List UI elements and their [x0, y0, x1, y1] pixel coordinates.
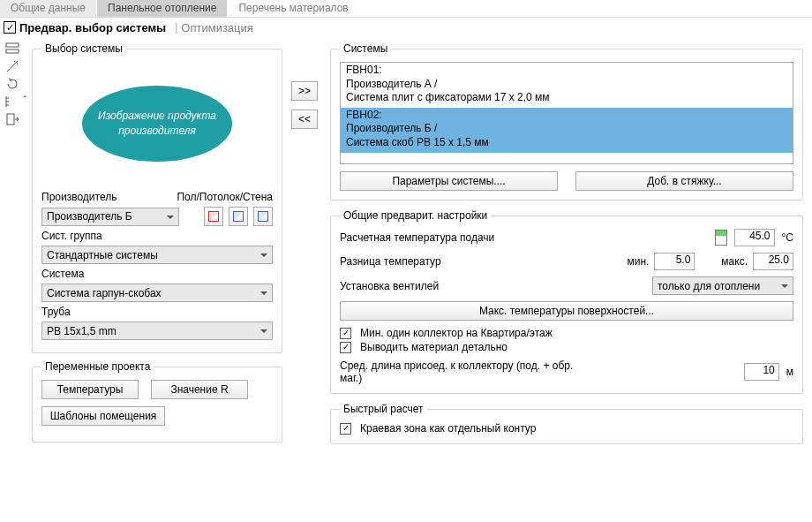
cube-ceiling-icon: [233, 211, 244, 222]
presets-group: Общие предварит. настройки Расчетная тем…: [330, 209, 803, 394]
edge-zone-label: Краевая зона как отдельный контур: [360, 422, 536, 435]
system-selection-group: Выбор системы Изображение продукта произ…: [32, 42, 282, 353]
preselect-checkbox-icon[interactable]: ✓: [4, 21, 16, 34]
rvalue-button[interactable]: Значение R: [151, 380, 248, 399]
min-collector-label: Мин. один коллектор на Квартира/этаж: [360, 327, 553, 339]
tab-general[interactable]: Общие данные: [0, 0, 97, 17]
subtab-optimization[interactable]: Оптимизация: [181, 21, 253, 34]
supply-temp-input[interactable]: 45.0: [734, 229, 775, 246]
dt-min-input[interactable]: 5.0: [654, 253, 695, 270]
project-vars-legend: Переменные проекта: [41, 360, 154, 373]
product-image-placeholder: Изображение продукта производителя: [82, 86, 232, 162]
valve-select[interactable]: только для отоплени: [652, 276, 793, 295]
supply-temp-label: Расчетная температура подачи: [340, 231, 525, 244]
sub-tabbar: ✓ Предвар. выбор системы | Оптимизация: [0, 18, 812, 37]
system-select[interactable]: Система гарпун-скобах: [41, 284, 273, 302]
systems-group: Системы FBH01: Производитель А / Система…: [330, 42, 803, 200]
systems-listbox[interactable]: FBH01: Производитель А / Система плит с …: [340, 62, 793, 164]
manufacturer-label: Производитель: [41, 191, 171, 203]
dt-min-label: мин.: [627, 255, 649, 268]
list-item[interactable]: FBH01: Производитель А / Система плит с …: [341, 63, 793, 108]
avg-length-input[interactable]: 10: [744, 363, 779, 381]
mode-label: Пол/Потолок/Стена: [177, 191, 273, 203]
avg-length-label: Сред. длина присоед. к коллектору (под. …: [340, 359, 587, 384]
systems-legend: Системы: [340, 42, 391, 55]
detailed-material-checkbox[interactable]: [340, 342, 351, 353]
mode-ceiling-button[interactable]: [229, 207, 248, 226]
tool-refresh-icon[interactable]: [3, 76, 22, 92]
dt-max-label: макс.: [721, 255, 748, 268]
svg-rect-0: [6, 43, 19, 47]
sysgroup-select[interactable]: Стандартные системы: [41, 246, 273, 264]
tool-options-add-icon[interactable]: +: [3, 94, 22, 110]
pipe-select[interactable]: PB 15x1,5 mm: [41, 322, 273, 340]
cube-floor-icon: [208, 211, 219, 222]
tool-wand-icon[interactable]: [3, 58, 22, 74]
product-image: Изображение продукта производителя: [58, 65, 256, 182]
supply-temp-unit: °C: [782, 231, 793, 244]
add-to-screed-button[interactable]: Доб. в стяжку...: [575, 171, 793, 191]
sysgroup-label: Сист. группа: [41, 230, 102, 242]
tab-materials[interactable]: Перечень материалов: [228, 0, 359, 17]
subtab-preselection[interactable]: Предвар. выбор системы: [19, 21, 166, 34]
thermometer-icon[interactable]: [715, 230, 727, 246]
room-templates-button[interactable]: Шаблоны помещения: [41, 406, 165, 426]
vertical-toolbar: +: [0, 37, 25, 522]
temperatures-button[interactable]: Температуры: [41, 380, 139, 399]
system-selection-legend: Выбор системы: [41, 42, 126, 55]
valve-label: Установка вентилей: [340, 280, 481, 292]
top-tabbar: Общие данные Панельное отопление Перечен…: [0, 0, 812, 18]
pipe-label: Труба: [41, 306, 71, 318]
manufacturer-select[interactable]: Производитель Б: [41, 208, 179, 226]
quick-calc-legend: Быстрый расчет: [340, 403, 427, 415]
svg-rect-1: [6, 49, 19, 53]
tab-panel-heating[interactable]: Панельное отопление: [97, 0, 228, 17]
mode-wall-button[interactable]: [253, 207, 273, 226]
svg-rect-2: [7, 114, 14, 125]
avg-length-unit: м: [786, 366, 793, 378]
tool-doc-right-icon[interactable]: [3, 111, 22, 127]
edge-zone-checkbox[interactable]: [340, 423, 351, 435]
system-label: Система: [41, 268, 84, 280]
presets-legend: Общие предварит. настройки: [340, 209, 491, 222]
quick-calc-group: Быстрый расчет Краевая зона как отдельны…: [330, 403, 803, 444]
dt-max-input[interactable]: 25.0: [753, 253, 793, 270]
min-collector-checkbox[interactable]: [340, 328, 351, 339]
move-right-button[interactable]: >>: [291, 81, 318, 101]
detailed-material-label: Выводить материал детально: [360, 341, 508, 353]
move-left-button[interactable]: <<: [291, 110, 318, 129]
cube-wall-icon: [258, 211, 268, 222]
tool-layers-icon[interactable]: [3, 41, 22, 57]
system-params-button[interactable]: Параметры системы....: [340, 171, 558, 191]
list-item[interactable]: FBH02: Производитель Б / Система скоб PB…: [341, 108, 793, 153]
dt-label: Разница температур: [340, 255, 481, 268]
mode-floor-button[interactable]: [204, 207, 223, 226]
project-vars-group: Переменные проекта Температуры Значение …: [32, 360, 282, 443]
max-surface-temp-button[interactable]: Макс. температуры поверхностей...: [340, 301, 793, 321]
subtab-separator: |: [175, 21, 177, 34]
